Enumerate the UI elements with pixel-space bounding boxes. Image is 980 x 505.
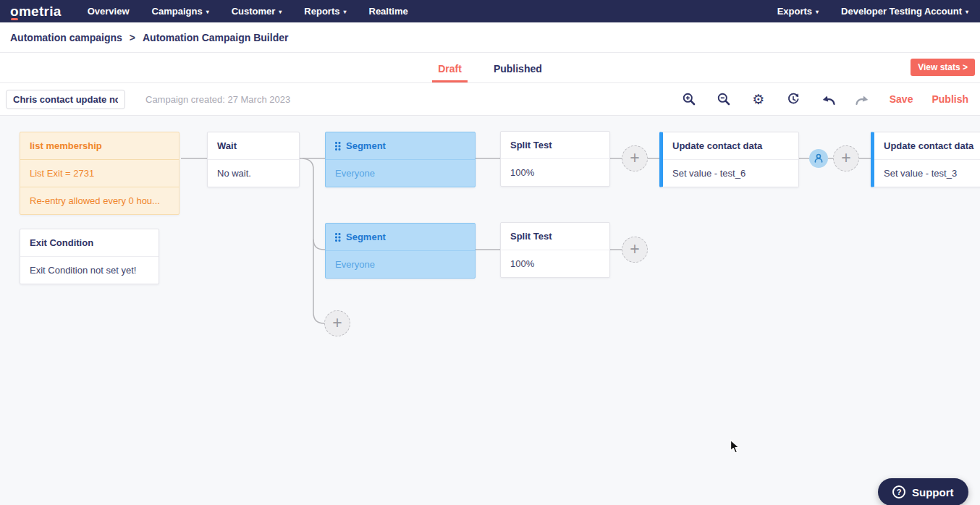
chevron-down-icon: ▾ xyxy=(966,9,968,15)
zoom-in-icon[interactable] xyxy=(681,91,697,107)
split-test-node-2[interactable]: Split Test 100% xyxy=(500,222,610,278)
campaign-name-input[interactable] xyxy=(6,90,125,109)
segment-1-header: Segment xyxy=(326,132,475,159)
plus-icon: + xyxy=(332,315,342,331)
breadcrumb: Automation campaigns > Automation Campai… xyxy=(0,22,980,53)
add-branch-button[interactable]: + xyxy=(324,310,350,336)
exit-condition-body: Exit Condition not set yet! xyxy=(20,256,159,284)
chevron-down-icon: ▾ xyxy=(279,9,282,15)
tabs-bar: Draft Published View stats > xyxy=(0,53,980,83)
flow-canvas[interactable]: list membership List Exit = 2731 Re-entr… xyxy=(0,116,980,505)
update-2-body: Set value - test_3 xyxy=(874,159,980,187)
nav-item-reports[interactable]: Reports▾ xyxy=(304,6,346,17)
nav-item-account[interactable]: Developer Testing Account▾ xyxy=(841,6,968,17)
save-button[interactable]: Save xyxy=(890,93,913,105)
publish-button[interactable]: Publish xyxy=(932,93,968,105)
nav-item-overview[interactable]: Overview xyxy=(88,6,130,17)
update-contact-node-1[interactable]: Update contact data Set value - test_6 xyxy=(659,132,799,187)
chevron-down-icon: ▾ xyxy=(816,9,819,15)
nav-item-campaigns[interactable]: Campaigns▾ xyxy=(152,6,209,17)
person-icon xyxy=(813,153,824,164)
undo-icon[interactable] xyxy=(820,91,836,107)
nav-item-exports[interactable]: Exports▾ xyxy=(777,6,819,17)
nav-left: ometria Overview Campaigns▾ Customer▾ Re… xyxy=(10,4,431,18)
update-1-title: Update contact data xyxy=(663,132,798,159)
segment-2-body: Everyone xyxy=(326,250,475,278)
breadcrumb-separator: > xyxy=(130,32,135,43)
contact-person-badge[interactable] xyxy=(809,149,828,168)
chevron-down-icon: ▾ xyxy=(343,9,346,15)
zoom-out-icon[interactable] xyxy=(716,91,732,107)
segment-1-title: Segment xyxy=(346,140,386,151)
top-nav: ometria Overview Campaigns▾ Customer▾ Re… xyxy=(0,0,980,22)
breadcrumb-item-builder: Automation Campaign Builder xyxy=(143,32,288,43)
nav-item-realtime[interactable]: Realtime xyxy=(369,6,408,17)
tab-published[interactable]: Published xyxy=(488,63,548,82)
logo-letter-o: o xyxy=(10,4,19,18)
update-contact-node-2[interactable]: Update contact data Set value - test_3 xyxy=(871,132,980,187)
wait-body: No wait. xyxy=(208,159,299,187)
nav-item-customer[interactable]: Customer▾ xyxy=(232,6,282,17)
plus-icon: + xyxy=(630,150,639,166)
add-node-button-1[interactable]: + xyxy=(622,145,648,171)
update-2-title: Update contact data xyxy=(874,132,980,159)
split-2-percent: 100% xyxy=(501,250,609,277)
split-1-title: Split Test xyxy=(501,132,609,158)
toolbar-actions: ⚙ Save Publish xyxy=(681,91,968,107)
split-2-title: Split Test xyxy=(501,223,609,250)
add-node-button-2[interactable]: + xyxy=(833,145,859,171)
history-icon[interactable] xyxy=(785,91,801,107)
exit-condition-title: Exit Condition xyxy=(20,229,159,256)
wait-node[interactable]: Wait No wait. xyxy=(207,132,300,187)
question-icon: ? xyxy=(892,485,905,498)
logo-rest: metria xyxy=(19,4,62,19)
campaign-created-label: Campaign created: 27 March 2023 xyxy=(145,94,290,105)
trigger-reentry: Re-entry allowed every 0 hou... xyxy=(20,187,179,214)
redo-icon[interactable] xyxy=(855,91,871,107)
support-label: Support xyxy=(912,486,954,498)
add-node-button-3[interactable]: + xyxy=(622,237,648,263)
tab-draft[interactable]: Draft xyxy=(432,63,468,82)
segment-2-title: Segment xyxy=(346,232,386,242)
trigger-title: list membership xyxy=(20,132,179,159)
exit-condition-node[interactable]: Exit Condition Exit Condition not set ye… xyxy=(20,229,159,284)
segment-2-header: Segment xyxy=(326,224,475,250)
update-1-body: Set value - test_6 xyxy=(663,159,798,187)
drag-handle-icon[interactable] xyxy=(335,233,340,241)
ometria-logo[interactable]: ometria xyxy=(10,4,62,18)
split-1-percent: 100% xyxy=(501,158,609,186)
nav-right: Exports▾ Developer Testing Account▾ xyxy=(755,6,968,17)
wait-title: Wait xyxy=(208,132,299,159)
chevron-down-icon: ▾ xyxy=(206,9,209,15)
breadcrumb-item-automation-campaigns[interactable]: Automation campaigns xyxy=(10,32,122,43)
support-button[interactable]: ? Support xyxy=(878,478,968,505)
drag-handle-icon[interactable] xyxy=(335,142,340,150)
segment-1-body: Everyone xyxy=(326,159,475,187)
split-test-node-1[interactable]: Split Test 100% xyxy=(500,131,610,187)
trigger-node-list-membership[interactable]: list membership List Exit = 2731 Re-entr… xyxy=(20,132,179,215)
trigger-list-exit: List Exit = 2731 xyxy=(20,159,179,187)
builder-toolbar: Campaign created: 27 March 2023 ⚙ Save P… xyxy=(0,83,980,116)
view-stats-button[interactable]: View stats > xyxy=(911,59,975,76)
settings-gear-icon[interactable]: ⚙ xyxy=(751,91,766,107)
plus-icon: + xyxy=(841,150,850,166)
segment-node-1[interactable]: Segment Everyone xyxy=(325,132,476,187)
segment-node-2[interactable]: Segment Everyone xyxy=(325,223,476,279)
plus-icon: + xyxy=(630,241,639,258)
